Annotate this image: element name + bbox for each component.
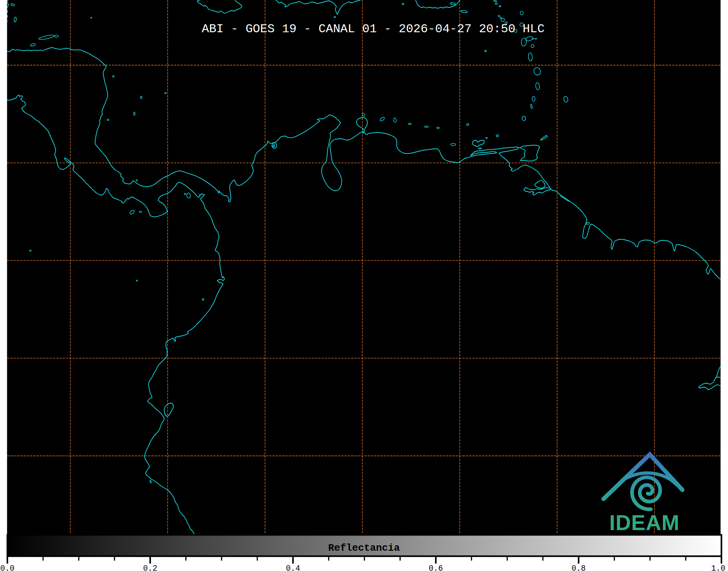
svg-text:1.0: 1.0 [711, 564, 725, 571]
svg-text:0.4: 0.4 [286, 564, 300, 571]
svg-text:0.6: 0.6 [429, 564, 443, 571]
svg-text:IDEAM: IDEAM [609, 511, 679, 535]
svg-text:0.8: 0.8 [572, 564, 586, 571]
svg-text:0.0: 0.0 [0, 564, 14, 571]
svg-text:Reflectancia: Reflectancia [328, 542, 400, 554]
svg-text:ABI - GOES 19 - CANAL 01 - 202: ABI - GOES 19 - CANAL 01 - 2026-04-27 20… [202, 22, 544, 36]
svg-text:0.2: 0.2 [143, 564, 157, 571]
